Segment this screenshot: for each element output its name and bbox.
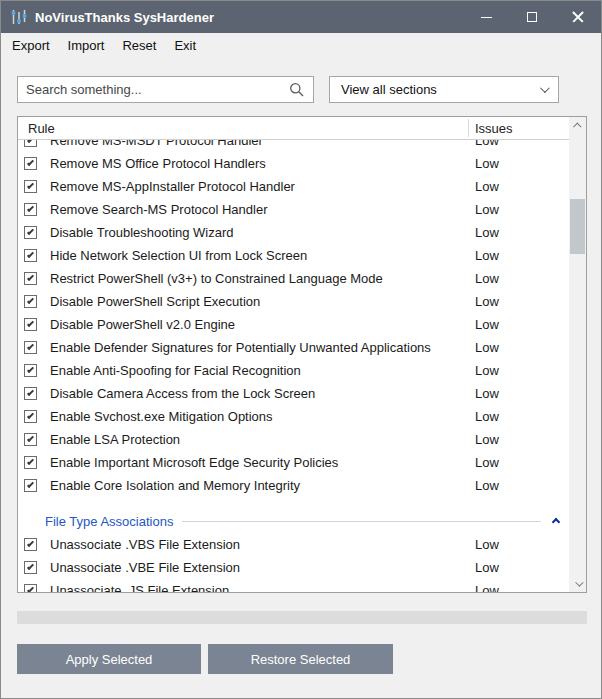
checkmark-icon — [27, 481, 34, 488]
rule-label: Enable Svchost.exe Mitigation Options — [50, 409, 273, 424]
rule-checkbox[interactable] — [24, 479, 37, 492]
chevron-down-icon — [540, 83, 550, 93]
list-header: Rule Issues — [18, 117, 569, 140]
section-header[interactable]: File Type Associations — [18, 510, 569, 533]
issue-level: Low — [475, 294, 499, 309]
rule-label: Hide Network Selection UI from Lock Scre… — [50, 248, 307, 263]
app-logo-icon — [10, 8, 28, 26]
rule-checkbox[interactable] — [24, 410, 37, 423]
column-header-issues[interactable]: Issues — [475, 121, 513, 136]
rule-checkbox[interactable] — [24, 157, 37, 170]
menu-reset[interactable]: Reset — [113, 35, 165, 56]
scrollbar-thumb[interactable] — [570, 199, 585, 254]
rule-row[interactable]: Enable Important Microsoft Edge Security… — [18, 451, 569, 474]
rule-checkbox[interactable] — [24, 140, 37, 147]
rule-checkbox[interactable] — [24, 584, 37, 592]
rule-row[interactable]: Unassociate .VBS File ExtensionLow — [18, 533, 569, 556]
rule-label: Enable Defender Signatures for Potential… — [50, 340, 431, 355]
rule-label: Disable Camera Access from the Lock Scre… — [50, 386, 315, 401]
section-filter-dropdown[interactable]: View all sections — [329, 76, 559, 103]
column-header-rule[interactable]: Rule — [28, 121, 55, 136]
rule-checkbox[interactable] — [24, 387, 37, 400]
rule-label: Unassociate .JS File Extension — [50, 583, 229, 592]
issue-level: Low — [475, 140, 499, 148]
checkmark-icon — [27, 389, 34, 396]
checkmark-icon — [27, 274, 34, 281]
rule-row[interactable]: Disable PowerShell Script ExecutionLow — [18, 290, 569, 313]
rule-label: Enable Core Isolation and Memory Integri… — [50, 478, 300, 493]
rule-row[interactable]: Hide Network Selection UI from Lock Scre… — [18, 244, 569, 267]
rule-checkbox[interactable] — [24, 364, 37, 377]
restore-selected-button[interactable]: Restore Selected — [208, 644, 393, 674]
rule-checkbox[interactable] — [24, 180, 37, 193]
rule-label: Remove Search-MS Protocol Handler — [50, 202, 267, 217]
menu-export[interactable]: Export — [3, 35, 59, 56]
rule-row[interactable]: Enable Defender Signatures for Potential… — [18, 336, 569, 359]
rule-row[interactable]: Enable LSA ProtectionLow — [18, 428, 569, 451]
rule-row[interactable]: Disable PowerShell v2.0 EngineLow — [18, 313, 569, 336]
rules-rows: Remove MS-MSDT Protocol HandlerLowRemove… — [18, 140, 569, 592]
rule-label: Remove MS-AppInstaller Protocol Handler — [50, 179, 295, 194]
checkmark-icon — [27, 251, 34, 258]
checkmark-icon — [27, 435, 34, 442]
apply-selected-button[interactable]: Apply Selected — [17, 644, 201, 674]
rule-row[interactable]: Enable Core Isolation and Memory Integri… — [18, 474, 569, 497]
rule-checkbox[interactable] — [24, 341, 37, 354]
rule-checkbox[interactable] — [24, 561, 37, 574]
rule-row[interactable]: Unassociate .VBE File ExtensionLow — [18, 556, 569, 579]
scroll-up-button[interactable] — [569, 117, 586, 134]
rule-checkbox[interactable] — [24, 538, 37, 551]
menubar: Export Import Reset Exit — [1, 33, 601, 58]
checkmark-icon — [27, 297, 34, 304]
rule-checkbox[interactable] — [24, 249, 37, 262]
rule-row[interactable]: Enable Anti-Spoofing for Facial Recognit… — [18, 359, 569, 382]
rule-label: Remove MS-MSDT Protocol Handler — [50, 140, 263, 148]
search-box — [17, 76, 314, 103]
rule-row[interactable]: Remove MS-AppInstaller Protocol HandlerL… — [18, 175, 569, 198]
issue-level: Low — [475, 179, 499, 194]
rule-label: Unassociate .VBS File Extension — [50, 537, 240, 552]
rule-checkbox[interactable] — [24, 203, 37, 216]
rule-checkbox[interactable] — [24, 272, 37, 285]
checkmark-icon — [27, 586, 34, 592]
menu-import[interactable]: Import — [59, 35, 114, 56]
issue-level: Low — [475, 271, 499, 286]
rule-row[interactable]: Unassociate .JS File ExtensionLow — [18, 579, 569, 592]
collapse-section-icon[interactable] — [552, 517, 560, 525]
rule-row[interactable]: Disable Camera Access from the Lock Scre… — [18, 382, 569, 405]
rules-listbox: Rule Issues Remove MS-MSDT Protocol Hand… — [17, 116, 587, 593]
rule-row[interactable]: Disable Troubleshooting WizardLow — [18, 221, 569, 244]
search-input[interactable] — [18, 77, 289, 102]
issue-level: Low — [475, 560, 499, 575]
checkmark-icon — [27, 540, 34, 547]
rule-row[interactable]: Enable Svchost.exe Mitigation OptionsLow — [18, 405, 569, 428]
section-title: File Type Associations — [45, 514, 173, 529]
column-separator — [468, 119, 469, 137]
issue-level: Low — [475, 363, 499, 378]
rule-checkbox[interactable] — [24, 456, 37, 469]
vertical-scrollbar[interactable] — [569, 117, 586, 592]
titlebar: NoVirusThanks SysHardener — [1, 1, 601, 33]
scroll-down-button[interactable] — [569, 575, 586, 592]
rule-row[interactable]: Remove MS-MSDT Protocol HandlerLow — [18, 140, 569, 152]
close-button[interactable] — [555, 1, 601, 33]
checkmark-icon — [27, 412, 34, 419]
rule-checkbox[interactable] — [24, 226, 37, 239]
window-controls — [463, 1, 601, 33]
rule-checkbox[interactable] — [24, 318, 37, 331]
rule-label: Remove MS Office Protocol Handlers — [50, 156, 266, 171]
chevron-up-icon — [573, 122, 581, 130]
issue-level: Low — [475, 583, 499, 592]
issue-level: Low — [475, 478, 499, 493]
issue-level: Low — [475, 202, 499, 217]
menu-exit[interactable]: Exit — [165, 35, 205, 56]
minimize-button[interactable] — [463, 1, 509, 33]
rule-row[interactable]: Restrict PowerShell (v3+) to Constrained… — [18, 267, 569, 290]
rule-checkbox[interactable] — [24, 295, 37, 308]
rule-row[interactable]: Remove MS Office Protocol HandlersLow — [18, 152, 569, 175]
rule-checkbox[interactable] — [24, 433, 37, 446]
issue-level: Low — [475, 537, 499, 552]
maximize-button[interactable] — [509, 1, 555, 33]
rule-label: Restrict PowerShell (v3+) to Constrained… — [50, 271, 383, 286]
rule-row[interactable]: Remove Search-MS Protocol HandlerLow — [18, 198, 569, 221]
